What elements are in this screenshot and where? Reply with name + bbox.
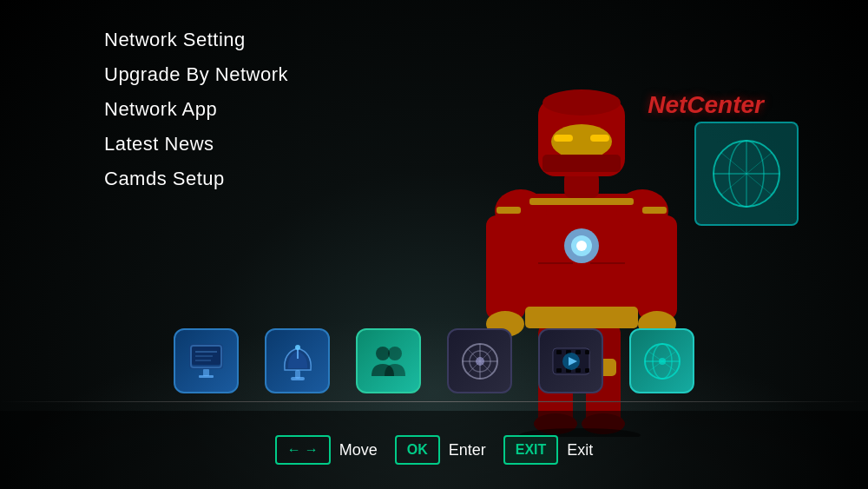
- exit-label: Exit: [567, 441, 593, 459]
- users-icon-box[interactable]: [356, 328, 421, 393]
- svg-rect-48: [291, 377, 305, 380]
- move-button[interactable]: ← →: [275, 435, 331, 465]
- ok-button[interactable]: OK: [395, 435, 440, 465]
- svg-point-74: [659, 358, 666, 365]
- monitor-icon-box[interactable]: [174, 328, 239, 393]
- svg-point-46: [295, 345, 300, 350]
- icons-row: [0, 328, 868, 393]
- network-cog-icon-box[interactable]: [447, 328, 512, 393]
- network-cog-icon: [458, 340, 502, 383]
- svg-rect-32: [496, 207, 521, 214]
- monitor-icon: [187, 341, 226, 380]
- satellite-icon: [276, 340, 319, 383]
- svg-rect-20: [486, 215, 525, 320]
- main-menu: Network Setting Upgrade By Network Netwo…: [104, 26, 288, 193]
- svg-rect-29: [542, 155, 621, 172]
- exit-label-text: EXIT: [516, 442, 547, 458]
- video-icon-box[interactable]: [538, 328, 603, 393]
- svg-point-49: [376, 347, 390, 360]
- move-label: Move: [339, 441, 378, 459]
- svg-rect-17: [525, 307, 638, 328]
- enter-label: Enter: [449, 441, 486, 459]
- svg-rect-33: [642, 207, 667, 214]
- shield-network-icon: [641, 340, 684, 383]
- svg-rect-44: [199, 375, 214, 378]
- menu-item-network-app[interactable]: Network App: [104, 96, 288, 123]
- ok-label-text: OK: [407, 442, 428, 458]
- menu-item-network-setting[interactable]: Network Setting: [104, 26, 288, 54]
- svg-rect-31: [529, 198, 634, 205]
- svg-point-50: [388, 347, 402, 360]
- ok-control: OK Enter: [395, 435, 486, 465]
- svg-point-57: [476, 357, 484, 366]
- satellite-icon-box[interactable]: [265, 328, 330, 393]
- shield-network-icon-box[interactable]: [629, 328, 694, 393]
- svg-rect-63: [556, 368, 562, 373]
- users-icon: [367, 340, 411, 383]
- svg-rect-59: [556, 350, 562, 354]
- svg-point-30: [542, 89, 621, 116]
- controls-bar: ← → Move OK Enter EXIT Exit: [0, 411, 868, 489]
- exit-control: EXIT Exit: [503, 435, 594, 465]
- video-icon: [549, 340, 593, 383]
- svg-rect-28: [590, 135, 609, 142]
- svg-rect-22: [638, 215, 677, 320]
- svg-rect-27: [554, 135, 573, 142]
- svg-rect-62: [585, 350, 589, 354]
- svg-point-16: [576, 241, 587, 251]
- divider-line: [0, 401, 868, 402]
- exit-button[interactable]: EXIT: [503, 435, 559, 465]
- menu-item-upgrade-by-network[interactable]: Upgrade By Network: [104, 61, 288, 89]
- move-control: ← → Move: [275, 435, 378, 465]
- svg-rect-65: [575, 368, 581, 373]
- svg-rect-66: [585, 368, 589, 373]
- svg-rect-61: [575, 350, 581, 354]
- menu-item-camds-setup[interactable]: Camds Setup: [104, 165, 288, 193]
- menu-item-latest-news[interactable]: Latest News: [104, 130, 288, 158]
- arrow-left-icon: ←: [287, 442, 301, 458]
- arrow-right-icon: →: [305, 442, 319, 458]
- svg-rect-43: [203, 369, 209, 376]
